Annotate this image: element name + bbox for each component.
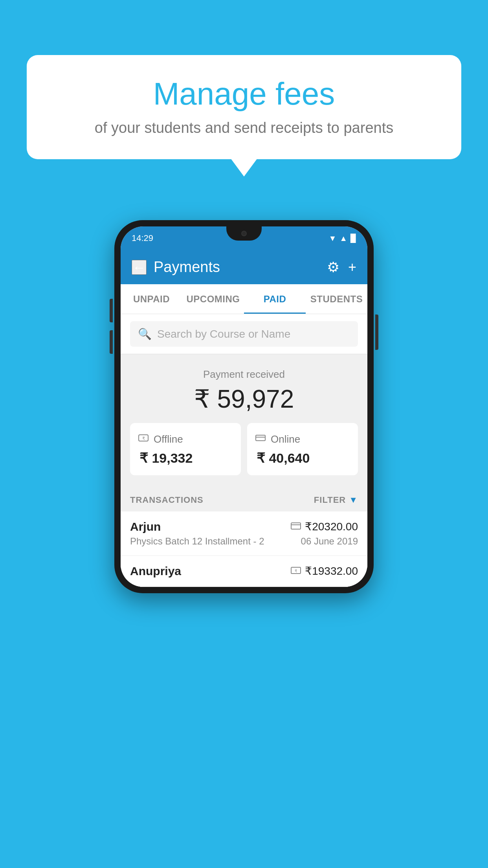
filter-button[interactable]: FILTER ▼ — [314, 495, 358, 505]
offline-amount: ₹ 19,332 — [138, 450, 193, 466]
payment-summary: Payment received ₹ 59,972 ₹ — [121, 354, 367, 486]
svg-rect-4 — [291, 523, 301, 529]
transaction-course: Physics Batch 12 Installment - 2 — [130, 536, 264, 547]
content-area: 🔍 Search by Course or Name Payment recei… — [121, 314, 367, 587]
transaction-name: Arjun — [130, 520, 161, 533]
settings-button[interactable]: ⚙ — [327, 260, 339, 274]
transaction-item[interactable]: Arjun ₹20320.00 — [121, 511, 367, 556]
search-bar[interactable]: 🔍 Search by Course or Name — [130, 321, 358, 347]
status-icons: ▼ ▲ ▉ — [328, 234, 356, 243]
filter-icon: ▼ — [349, 495, 358, 505]
search-icon: 🔍 — [138, 327, 152, 340]
online-amount: ₹ 40,640 — [255, 450, 310, 466]
transaction-date: 06 June 2019 — [301, 536, 358, 547]
tab-students[interactable]: STUDENTS — [306, 284, 367, 314]
signal-icon: ▲ — [339, 234, 347, 243]
svg-rect-2 — [256, 435, 265, 441]
offline-card: ₹ Offline ₹ 19,332 — [130, 423, 241, 475]
offline-card-top: ₹ Offline — [138, 432, 183, 446]
transactions-label: TRANSACTIONS — [130, 495, 204, 505]
phone-outer: 14:29 ▼ ▲ ▉ ← Payments ⚙ + — [114, 220, 374, 593]
online-label: Online — [271, 433, 300, 445]
transaction-row: Anupriya ₹ ₹19332.00 — [130, 565, 358, 578]
status-time: 14:29 — [132, 233, 153, 243]
payment-received-label: Payment received — [130, 368, 358, 381]
tabs-bar: UNPAID UPCOMING PAID STUDENTS — [121, 284, 367, 314]
transaction-name: Anupriya — [130, 565, 181, 578]
volume-up-button — [110, 299, 113, 322]
transaction-sub: Physics Batch 12 Installment - 2 06 June… — [130, 536, 358, 547]
tab-upcoming[interactable]: UPCOMING — [182, 284, 244, 314]
filter-label: FILTER — [314, 495, 346, 505]
add-button[interactable]: + — [348, 260, 356, 274]
transaction-amount: ₹20320.00 — [305, 520, 358, 533]
app-header: ← Payments ⚙ + — [121, 250, 367, 284]
payment-cards: ₹ Offline ₹ 19,332 — [130, 423, 358, 475]
speech-bubble: Manage fees of your students and send re… — [27, 55, 461, 159]
bubble-subtitle: of your students and send receipts to pa… — [50, 118, 438, 138]
tab-unpaid[interactable]: UNPAID — [121, 284, 182, 314]
online-card: Online ₹ 40,640 — [247, 423, 358, 475]
speech-bubble-container: Manage fees of your students and send re… — [27, 55, 461, 159]
offline-payment-icon: ₹ — [291, 565, 301, 577]
power-button — [375, 314, 378, 350]
payment-total-amount: ₹ 59,972 — [130, 384, 358, 414]
camera-dot — [241, 231, 247, 236]
header-right: ⚙ + — [327, 260, 356, 274]
header-left: ← Payments — [132, 259, 220, 276]
search-placeholder-text: Search by Course or Name — [157, 328, 290, 340]
transactions-header: TRANSACTIONS FILTER ▼ — [121, 486, 367, 511]
phone-mockup: 14:29 ▼ ▲ ▉ ← Payments ⚙ + — [114, 220, 374, 593]
status-bar: 14:29 ▼ ▲ ▉ — [121, 226, 367, 250]
search-bar-wrapper: 🔍 Search by Course or Name — [121, 314, 367, 354]
volume-down-button — [110, 330, 113, 354]
bubble-title: Manage fees — [50, 77, 438, 111]
svg-text:₹: ₹ — [295, 569, 297, 573]
wifi-icon: ▼ — [328, 234, 336, 243]
phone-screen: 14:29 ▼ ▲ ▉ ← Payments ⚙ + — [121, 226, 367, 587]
header-title: Payments — [154, 259, 220, 276]
online-payment-icon — [291, 520, 301, 533]
transaction-item[interactable]: Anupriya ₹ ₹19332.00 — [121, 556, 367, 587]
transaction-amount-wrap: ₹20320.00 — [291, 520, 358, 533]
offline-icon: ₹ — [138, 432, 149, 446]
transaction-row: Arjun ₹20320.00 — [130, 520, 358, 533]
svg-text:₹: ₹ — [142, 436, 145, 441]
online-card-top: Online — [255, 432, 300, 446]
offline-label: Offline — [154, 433, 183, 445]
notch — [226, 226, 262, 241]
transaction-amount-wrap: ₹ ₹19332.00 — [291, 565, 358, 577]
transaction-list: Arjun ₹20320.00 — [121, 511, 367, 587]
tab-paid[interactable]: PAID — [244, 284, 306, 314]
back-button[interactable]: ← — [132, 260, 147, 275]
online-icon — [255, 432, 266, 446]
transaction-amount: ₹19332.00 — [305, 565, 358, 577]
battery-icon: ▉ — [350, 234, 356, 243]
